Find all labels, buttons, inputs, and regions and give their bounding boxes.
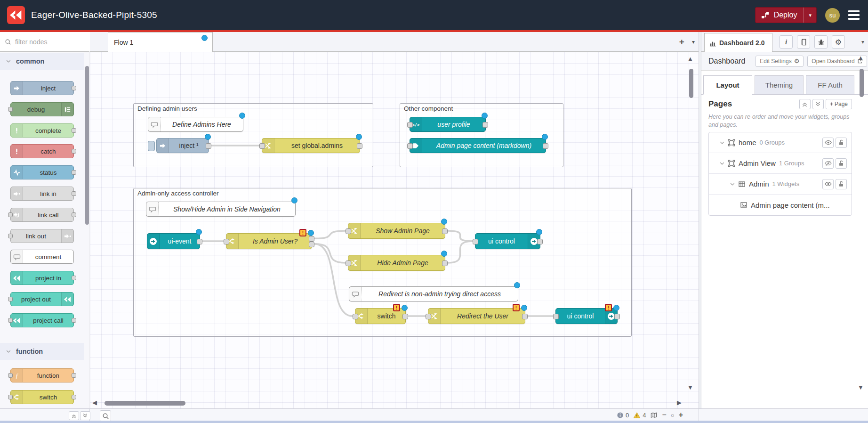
flow-node-hide-admin-page[interactable]: Hide Admin Page (348, 255, 445, 271)
deploy-options-caret-icon[interactable]: ▾ (804, 8, 816, 23)
output-port[interactable] (72, 128, 76, 133)
palette-node-catch[interactable]: catch (10, 144, 74, 158)
toggle-navigator-icon[interactable] (650, 412, 658, 419)
flow-node-define-admins-here[interactable]: Define Admins Here (148, 117, 243, 132)
visibility-off-icon[interactable] (822, 158, 834, 169)
sidebar-menu-caret-icon[interactable]: ▾ (861, 39, 864, 45)
canvas-vscroll-thumb[interactable] (689, 69, 693, 98)
info-count-badge[interactable]: 0 (617, 412, 629, 419)
zoom-reset-icon[interactable]: ○ (671, 412, 675, 419)
palette-node-debug[interactable]: debug (10, 102, 74, 116)
flow-node-ui-event[interactable]: ui-event (147, 233, 200, 249)
unlock-icon[interactable] (836, 158, 847, 169)
palette-node-project-out[interactable]: project out (10, 292, 74, 306)
input-port[interactable] (346, 260, 351, 266)
palette-collapse-icon[interactable] (69, 411, 79, 420)
input-port[interactable] (8, 107, 13, 112)
output-port-0[interactable] (309, 236, 314, 242)
flow-node-set-global-admins[interactable]: set global.admins (262, 138, 360, 153)
palette-category-function[interactable]: function (0, 343, 84, 360)
flow-canvas[interactable]: Defining admin usersOther componentAdmin… (90, 52, 699, 408)
output-port-0[interactable] (402, 314, 408, 319)
chevron-down-icon[interactable] (719, 140, 725, 146)
output-port-0[interactable] (482, 122, 488, 128)
output-port-0[interactable] (442, 260, 448, 266)
zoom-out-icon[interactable]: − (662, 411, 666, 419)
output-port-0[interactable] (442, 228, 448, 234)
canvas-scroll-right-icon[interactable]: ▶ (677, 399, 682, 406)
output-port[interactable] (72, 373, 76, 378)
edit-settings-button[interactable]: Edit Settings ⚙ (755, 56, 804, 67)
expand-all-icon[interactable] (812, 99, 824, 109)
output-port[interactable] (72, 170, 76, 175)
input-port[interactable] (407, 143, 413, 149)
sidebar-scroll-down-icon[interactable]: ▼ (858, 384, 864, 390)
palette-node-complete[interactable]: complete (10, 123, 74, 138)
input-port[interactable] (407, 122, 413, 128)
tab-flow-1[interactable]: Flow 1 (108, 32, 213, 52)
palette-node-function[interactable]: ffunction (10, 368, 74, 382)
flow-node-switch[interactable]: switch! (355, 308, 406, 324)
sidebar-scroll-up-icon[interactable]: ▲ (858, 55, 864, 61)
output-port-1[interactable] (309, 242, 314, 247)
canvas-scroll-left-icon[interactable]: ◀ (92, 399, 97, 406)
palette-node-project-call[interactable]: project call (10, 313, 74, 327)
search-flows-icon[interactable] (100, 410, 111, 422)
output-port[interactable] (72, 276, 76, 280)
palette-node-status[interactable]: status (10, 165, 74, 179)
canvas-scroll-down-icon[interactable]: ▼ (687, 384, 693, 390)
add-flow-button[interactable]: + (679, 37, 684, 47)
flow-list-caret-icon[interactable]: ▾ (692, 39, 695, 45)
palette-node-comment[interactable]: comment (10, 250, 74, 264)
flow-node-show-hide-admin-in-side-navigation[interactable]: Show/Hide Admin in Side Navigation (146, 202, 296, 217)
input-port[interactable] (346, 228, 351, 234)
tab-ff-auth[interactable]: FF Auth (806, 75, 854, 94)
visibility-icon[interactable] (822, 138, 834, 148)
tab-dashboard-2[interactable]: Dashboard 2.0 (704, 33, 772, 52)
main-menu-icon[interactable] (848, 10, 860, 20)
input-port[interactable] (553, 314, 559, 319)
input-port[interactable] (224, 239, 229, 244)
info-sidebar-icon[interactable]: i (780, 35, 793, 49)
palette-expand-icon[interactable] (80, 411, 90, 420)
flow-node-inject[interactable]: inject ¹ (156, 138, 209, 153)
input-port[interactable] (8, 318, 13, 323)
palette-search[interactable] (0, 32, 89, 52)
output-port[interactable] (72, 191, 76, 196)
canvas-scroll-up-icon[interactable]: ▲ (687, 56, 693, 62)
input-port[interactable] (353, 314, 358, 319)
deploy-button[interactable]: Deploy ▾ (755, 7, 817, 23)
help-book-icon[interactable] (797, 35, 810, 49)
zoom-in-icon[interactable]: + (679, 411, 683, 419)
input-port[interactable] (426, 314, 431, 319)
flow-node-is-admin-user[interactable]: Is Admin User?! (226, 233, 312, 249)
visibility-icon[interactable] (822, 179, 834, 189)
input-port[interactable] (8, 373, 13, 378)
page-tree-row-admin[interactable]: Admin1 Widgets (709, 174, 852, 195)
input-port[interactable] (8, 212, 13, 217)
flow-node-user-profile[interactable]: </>user profile (410, 117, 486, 132)
collapse-all-icon[interactable] (799, 99, 811, 109)
output-port[interactable] (72, 149, 76, 154)
flow-node-show-admin-page[interactable]: Show Admin Page (348, 223, 445, 239)
output-port[interactable] (72, 318, 76, 323)
palette-node-switch[interactable]: switch (10, 390, 74, 404)
palette-node-link-call[interactable]: link call (10, 208, 74, 222)
flow-group-defining-admin-users[interactable]: Defining admin users (133, 103, 373, 167)
canvas-hscroll-thumb[interactable] (104, 401, 185, 406)
flow-node-ui-control[interactable]: ui control! (555, 308, 618, 324)
unlock-icon[interactable] (836, 179, 847, 189)
sidebar-scroll-thumb[interactable] (860, 69, 864, 97)
palette-node-link-in[interactable]: link in (10, 187, 74, 201)
tab-theming[interactable]: Theming (755, 75, 804, 94)
output-port[interactable] (72, 395, 76, 399)
output-port-0[interactable] (522, 314, 528, 319)
add-page-button[interactable]: +Page (826, 99, 852, 109)
input-port[interactable] (8, 297, 13, 301)
output-port-0[interactable] (197, 239, 202, 244)
page-tree-row-admin-view[interactable]: Admin View1 Groups (709, 153, 852, 174)
input-port[interactable] (8, 234, 13, 238)
palette-category-common[interactable]: common (0, 53, 84, 70)
output-port-0[interactable] (357, 143, 362, 149)
page-tree-row-admin-page-content-m[interactable]: Admin page content (m... (709, 195, 852, 215)
